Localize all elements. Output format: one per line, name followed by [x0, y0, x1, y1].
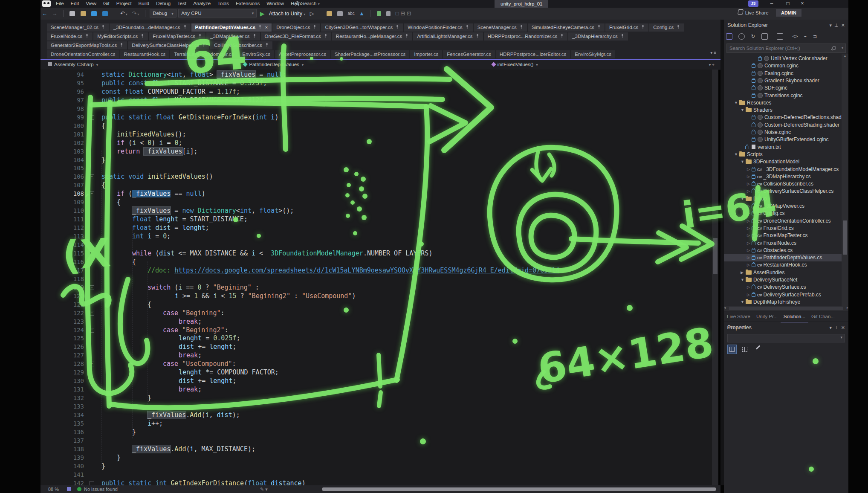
tree-item-gradient-skybox-shader[interactable]: Gradient Skybox.shader [724, 77, 848, 84]
attach-to-unity-button[interactable]: Attach to Unity ▾ [269, 11, 305, 17]
properties-object-dropdown[interactable] [727, 334, 845, 342]
document-tab[interactable]: _3DFoundatio...delManager.cs [110, 23, 191, 32]
property-pages-icon[interactable] [753, 345, 763, 354]
split-view-icon[interactable] [67, 487, 71, 491]
platform-dropdown[interactable]: Any CPU▾ [178, 9, 257, 17]
sync-active-document-icon[interactable] [726, 33, 732, 40]
code-line[interactable]: 120i >= 1 && i < 15 ? "Begining2" : "Use… [41, 292, 712, 300]
tree-item-droneorientationcontroller-cs[interactable]: ▷C#DroneOrientationController.cs [724, 218, 848, 225]
tab-close-icon[interactable]: × [265, 25, 268, 30]
menu-analyze[interactable]: Analyze [190, 0, 214, 7]
tree-item-fruxelnode-cs[interactable]: ▷C#FruxelNode.cs [724, 240, 848, 247]
document-tab[interactable]: ArtificialLightsManager.cs [413, 32, 483, 41]
code-line[interactable]: 118 [41, 275, 712, 283]
menu-test[interactable]: Test [174, 0, 190, 7]
code-editor[interactable]: 94static Dictionary<int, float> _fixValu… [41, 70, 712, 485]
tree-vertical-scrollbar[interactable]: ▲ [842, 54, 848, 306]
chevron-collapsed-icon[interactable]: ▷ [747, 180, 752, 188]
chevron-expanded-icon[interactable]: ▼ [741, 107, 745, 114]
preview-icon[interactable]: ⊐ [813, 34, 817, 39]
editor-horizontal-scrollbar[interactable] [322, 487, 716, 491]
fold-marker[interactable]: − [90, 481, 94, 485]
document-tab[interactable]: DroneOrientationController.cs [47, 50, 119, 58]
undo-icon[interactable]: ↶ ▾ [120, 10, 127, 17]
maximize-button[interactable]: □ [781, 0, 794, 7]
breadcrumb-method[interactable]: initFixedValues()▾ [489, 60, 538, 70]
chevron-collapsed-icon[interactable]: ▷ [747, 261, 752, 269]
menu-window[interactable]: Window [263, 0, 287, 7]
code-line[interactable]: 101initFixedValues(); [41, 130, 712, 139]
panel-splitter[interactable] [720, 20, 724, 485]
tree-item--3dmaphierarchy-cs[interactable]: ▷C#_3DMapHierarchy.cs [724, 173, 848, 180]
chevron-collapsed-icon[interactable]: ▷ [747, 188, 752, 195]
tree-item-common-cginc[interactable]: Common.cginc [724, 62, 848, 70]
code-line[interactable]: 114 [41, 241, 712, 249]
chevron-expanded-icon[interactable]: ▼ [741, 195, 745, 203]
code-line[interactable]: 125lenght = 0.025f; [41, 334, 712, 342]
code-line[interactable]: 138_fixValues.Add(i, MAX_DISTANCE); [41, 445, 712, 453]
list-icon[interactable] [377, 11, 381, 16]
code-line[interactable]: 105 [41, 164, 712, 172]
document-tab[interactable]: Config.cs [649, 23, 684, 32]
tree-item-dmap[interactable]: ▼DMap [724, 195, 848, 203]
code-line[interactable]: 109{ [41, 198, 712, 206]
tree-item-assetbundles[interactable]: ▶AssetBundles [724, 269, 848, 276]
document-tab[interactable]: PathfinderDepthValues.cs× [191, 23, 272, 32]
chevron-collapsed-icon[interactable]: ▷ [747, 240, 752, 247]
editor-scrollbar-thumb[interactable] [713, 238, 718, 274]
code-line[interactable]: 126dist += lenght; [41, 342, 712, 351]
navigate-back-icon[interactable]: ← [42, 10, 47, 17]
redo-icon[interactable]: ↷ ▾ [132, 10, 139, 17]
collapse-all-icon[interactable] [761, 33, 768, 40]
add-item-icon[interactable] [327, 11, 332, 16]
tree-item-deliverysurfacenet[interactable]: ▼DeliverySurfaceNet [724, 276, 848, 284]
compare-icon[interactable] [386, 11, 391, 16]
configuration-dropdown[interactable]: Debug▾ [150, 9, 176, 17]
navigate-forward-icon[interactable]: → [52, 10, 57, 17]
document-tab[interactable]: MyEditorScripts.cs [93, 32, 148, 41]
tree-item-resources[interactable]: ▼Resources [724, 99, 848, 107]
code-line[interactable]: 107{ [41, 181, 712, 189]
tree-item-version-txt[interactable]: version.txt [724, 144, 848, 151]
tree-item-depthmaptofisheye[interactable]: ▼DepthMapToFisheye [724, 299, 848, 306]
tree-item-deliverysurfaceclasshelper-cs[interactable]: ▷C#DeliverySurfaceClassHelper.cs [724, 188, 848, 195]
document-tab[interactable]: RestaurantHook.cs [120, 50, 170, 58]
tree-item-config-cs[interactable]: ▷C#Config.cs [724, 210, 848, 217]
code-line[interactable]: 129lenght *= COMPOUND_FACTOR; [41, 368, 712, 377]
tree-item-obstacles-cs[interactable]: ▷C#Obstacles.cs [724, 247, 848, 254]
tree-item-shaders[interactable]: ▼Shaders [724, 107, 848, 114]
document-tab[interactable]: RestaurantHo...pleManager.cs [332, 32, 412, 41]
chevron-collapsed-icon[interactable]: ▷ [747, 291, 752, 299]
pin-icon[interactable]: ⊥ [834, 23, 839, 28]
close-icon[interactable]: ✕ [841, 325, 845, 330]
code-line[interactable]: 106−static void initFixedValues() [41, 172, 712, 181]
chevron-expanded-icon[interactable]: ▼ [741, 299, 745, 306]
code-line[interactable]: 127break; [41, 351, 712, 360]
code-line[interactable]: 104} [41, 156, 712, 164]
tree-item-restauranthook-cs[interactable]: ▷C#RestaurantHook.cs [724, 261, 848, 269]
code-line[interactable]: 102if (i < 0) i = 0; [41, 139, 712, 147]
document-tab[interactable]: SceneManager_02.cs [47, 23, 109, 32]
categorized-icon[interactable] [727, 345, 737, 354]
document-tab[interactable]: SceneManager.cs [474, 23, 527, 32]
admin-badge[interactable]: ADMIN [776, 9, 801, 17]
code-line[interactable]: 130dist += lenght; [41, 377, 712, 385]
tree-item-collisionsubscriber-cs[interactable]: ▷C#CollisionSubscriber.cs [724, 180, 848, 188]
alphabetical-icon[interactable] [740, 345, 749, 354]
code-line[interactable]: 137 [41, 436, 712, 445]
document-tab[interactable]: EnviroSkyMgr.cs [571, 50, 615, 58]
code-line[interactable]: 134_fixValues.Add(i, dist); [41, 411, 712, 419]
editor-vertical-scrollbar[interactable] [712, 70, 718, 485]
code-line[interactable]: 116{ [41, 258, 712, 266]
code-line[interactable]: 139} [41, 453, 712, 462]
chevron-collapsed-icon[interactable]: ▷ [747, 225, 752, 232]
document-tab[interactable]: DeliverySurfaceClassHelper.cs [128, 41, 209, 49]
panel-tab-solution-[interactable]: Solution... [781, 311, 808, 322]
fold-marker[interactable]: − [90, 311, 94, 316]
menu-git[interactable]: Git [100, 0, 113, 7]
tree-horizontal-scrollbar[interactable]: ◂▸ [724, 306, 848, 311]
document-tab[interactable]: CityGen3DGen...torWrapper.cs [321, 23, 403, 32]
chevron-collapsed-icon[interactable]: ▷ [747, 203, 752, 210]
document-tab[interactable]: TerrainLayerRandomizer.cs [170, 50, 237, 58]
tree-item-unlit-vertex-color-shader[interactable]: Unlit Vertex Color.shader [724, 55, 848, 62]
